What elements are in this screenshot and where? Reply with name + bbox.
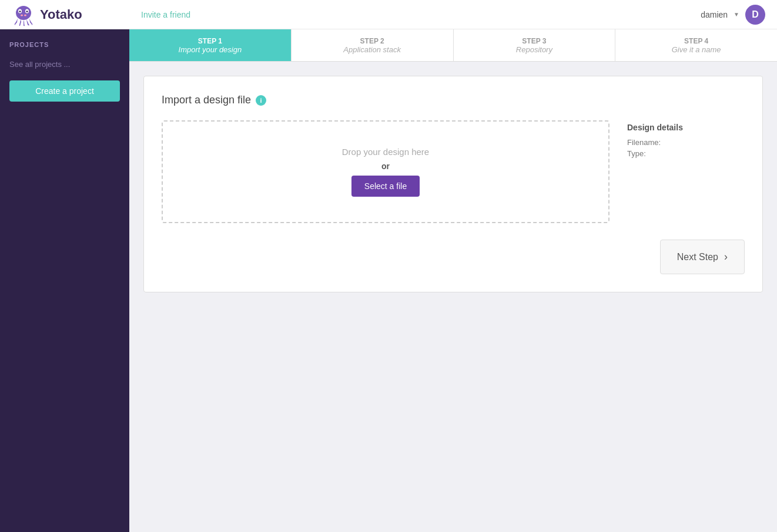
step4-label: Give it a name bbox=[672, 45, 721, 54]
projects-label: PROJECTS bbox=[9, 41, 120, 48]
invite-friend-link[interactable]: Invite a friend bbox=[141, 10, 701, 19]
card-title-row: Import a design file i bbox=[162, 94, 745, 106]
user-menu[interactable]: damien ▼ D bbox=[701, 5, 765, 25]
drop-or-text: or bbox=[381, 161, 390, 171]
next-step-arrow-icon: › bbox=[724, 251, 728, 263]
content-area: Import a design file i Drop your design … bbox=[129, 62, 777, 307]
step-tab-3[interactable]: STEP 3 Repository bbox=[454, 29, 616, 61]
step1-number: STEP 1 bbox=[198, 37, 222, 45]
step3-label: Repository bbox=[516, 45, 552, 54]
logo-area: Yotako bbox=[12, 3, 141, 26]
filename-label: Filename: bbox=[627, 138, 661, 147]
card-title-text: Import a design file bbox=[162, 94, 251, 106]
svg-point-4 bbox=[26, 11, 28, 12]
logo-icon bbox=[12, 3, 35, 26]
next-step-label: Next Step bbox=[677, 252, 718, 262]
step3-number: STEP 3 bbox=[522, 37, 546, 45]
next-step-button[interactable]: Next Step › bbox=[660, 240, 745, 274]
select-file-button[interactable]: Select a file bbox=[351, 176, 420, 197]
svg-point-6 bbox=[24, 14, 26, 16]
create-project-button[interactable]: Create a project bbox=[9, 80, 120, 102]
design-details-title: Design details bbox=[627, 123, 745, 132]
filename-row: Filename: bbox=[627, 138, 745, 147]
import-card: Import a design file i Drop your design … bbox=[143, 76, 763, 292]
user-caret-icon: ▼ bbox=[734, 11, 739, 18]
svg-point-5 bbox=[21, 14, 23, 16]
step-tab-1[interactable]: STEP 1 Import your design bbox=[129, 29, 292, 61]
type-row: Type: bbox=[627, 149, 745, 158]
step1-label: Import your design bbox=[179, 45, 242, 54]
design-details-panel: Design details Filename: Type: bbox=[627, 120, 745, 160]
avatar[interactable]: D bbox=[745, 5, 765, 25]
step2-number: STEP 2 bbox=[360, 37, 384, 45]
step-tab-2[interactable]: STEP 2 Application stack bbox=[292, 29, 454, 61]
see-all-projects-link[interactable]: See all projects ... bbox=[9, 58, 120, 71]
next-step-row: Next Step › bbox=[162, 240, 745, 274]
top-nav: Yotako Invite a friend damien ▼ D bbox=[0, 0, 777, 29]
sidebar: PROJECTS See all projects ... Create a p… bbox=[0, 29, 129, 532]
step-tab-4[interactable]: STEP 4 Give it a name bbox=[615, 29, 777, 61]
drop-zone[interactable]: Drop your design here or Select a file bbox=[162, 120, 609, 223]
drop-text: Drop your design here bbox=[342, 147, 429, 157]
step4-number: STEP 4 bbox=[684, 37, 708, 45]
info-icon[interactable]: i bbox=[256, 95, 266, 106]
type-label: Type: bbox=[627, 149, 646, 158]
user-name: damien bbox=[701, 10, 728, 19]
step-tabs: STEP 1 Import your design STEP 2 Applica… bbox=[129, 29, 777, 62]
svg-point-3 bbox=[19, 11, 21, 12]
main-content: STEP 1 Import your design STEP 2 Applica… bbox=[129, 29, 777, 532]
drop-zone-row: Drop your design here or Select a file D… bbox=[162, 120, 745, 223]
app-logo-text: Yotako bbox=[40, 7, 82, 22]
svg-point-0 bbox=[16, 6, 31, 20]
step2-label: Application stack bbox=[343, 45, 401, 54]
